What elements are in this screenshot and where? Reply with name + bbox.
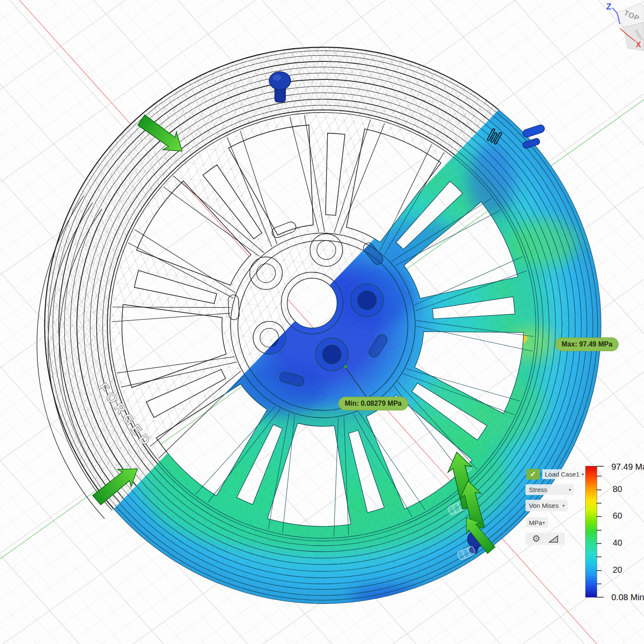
- z-axis-label: Z: [606, 2, 611, 11]
- legend-tools: ⚙: [526, 533, 565, 545]
- viewport[interactable]: FORGED TOP RIGHT Z X: [0, 0, 644, 644]
- load-case-checkbox[interactable]: ✓: [526, 469, 540, 480]
- scale-tick: [596, 516, 601, 517]
- min-stress-badge[interactable]: Min: 0.08279 MPa: [338, 397, 408, 410]
- checkmark-icon: ✓: [530, 470, 536, 479]
- scale-min-label: 0.08 Min.: [611, 592, 644, 602]
- scale-max-label: 97.49 Max.: [611, 462, 644, 472]
- scale-tick: [596, 530, 601, 531]
- settings-gear-icon[interactable]: ⚙: [532, 534, 541, 544]
- scale-tick-label: 40: [613, 538, 622, 548]
- x-axis-label: X: [636, 40, 641, 49]
- scale-tick: [596, 583, 601, 584]
- load-case-selector[interactable]: Load Case1 ▾: [542, 469, 586, 479]
- result-type-label: Stress: [526, 486, 547, 493]
- result-type-dropdown[interactable]: Stress ▾: [526, 484, 574, 495]
- max-stress-badge[interactable]: Max: 97.49 MPa: [555, 337, 619, 351]
- view-cube[interactable]: TOP RIGHT Z X: [606, 2, 644, 51]
- chevron-down-icon: ▾: [543, 520, 545, 525]
- scale-tick: [596, 466, 604, 467]
- scale-tick: [596, 570, 601, 571]
- scale-tick-label: 60: [613, 511, 622, 521]
- stress-color-scale: [585, 466, 597, 598]
- viewport-canvas[interactable]: FORGED TOP RIGHT Z X: [0, 0, 644, 644]
- scale-tick: [596, 476, 601, 477]
- scale-tick: [596, 543, 601, 544]
- scale-tick: [596, 489, 601, 490]
- scale-tick-label: 80: [613, 484, 622, 494]
- legend-triangle-icon[interactable]: [548, 535, 559, 543]
- scale-tick: [596, 597, 604, 598]
- chevron-down-icon: ▾: [562, 503, 565, 508]
- scale-tick-label: 20: [613, 565, 622, 575]
- scale-tick: [596, 556, 601, 557]
- chevron-down-icon: ▾: [582, 472, 584, 477]
- unit-label: MPa: [526, 519, 542, 526]
- chevron-down-icon: ▾: [569, 487, 571, 492]
- load-case-label: Load Case1: [545, 471, 580, 478]
- unit-dropdown[interactable]: MPa ▾: [526, 517, 548, 528]
- component-dropdown[interactable]: Von Mises ▾: [526, 500, 568, 511]
- scale-tick: [596, 503, 601, 504]
- component-label: Von Mises: [526, 502, 559, 509]
